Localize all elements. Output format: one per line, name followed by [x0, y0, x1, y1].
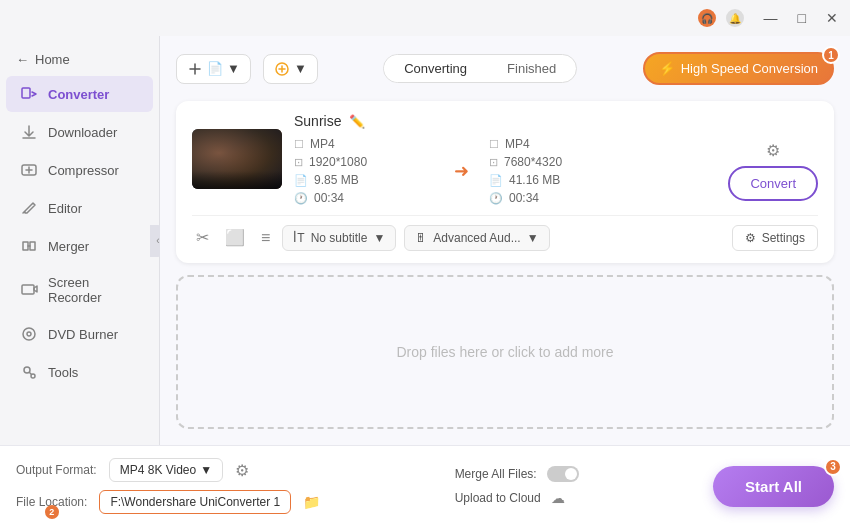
format-settings-icon[interactable]: ⚙	[235, 461, 249, 480]
sidebar-item-converter[interactable]: Converter	[6, 76, 153, 112]
sidebar: ← Home Converter Downloader	[0, 36, 160, 445]
file-card: Sunrise ✏️ ☐ MP4 ⊡ 1920*1080	[176, 101, 834, 263]
sidebar-item-tools[interactable]: Tools	[6, 354, 153, 390]
conversion-tabs: Converting Finished	[383, 54, 577, 83]
drop-zone[interactable]: Drop files here or click to add more	[176, 275, 834, 429]
dest-format-icon: ☐	[489, 138, 499, 151]
maximize-button[interactable]: □	[794, 8, 810, 28]
dest-format: MP4	[505, 137, 530, 151]
merger-label: Merger	[48, 239, 89, 254]
dvd-burner-icon	[20, 325, 38, 343]
merger-icon	[20, 237, 38, 255]
main-toolbar: 📄 ▼ ▼ Converting Finished ⚡ High Speed C…	[176, 52, 834, 85]
edit-title-icon[interactable]: ✏️	[349, 114, 365, 129]
start-all-label: Start All	[745, 478, 802, 495]
cloud-upload-icon[interactable]: ☁	[551, 490, 565, 506]
main-layout: ← Home Converter Downloader	[0, 36, 850, 445]
start-all-button[interactable]: Start All 3	[713, 466, 834, 507]
start-all-badge: 3	[824, 458, 842, 476]
content-area: 📄 ▼ ▼ Converting Finished ⚡ High Speed C…	[160, 36, 850, 445]
output-format-label: Output Format:	[16, 463, 97, 477]
titlebar-icons: 🎧 🔔	[698, 9, 744, 27]
window-controls: — □ ✕	[760, 8, 842, 28]
sidebar-item-editor[interactable]: Editor	[6, 190, 153, 226]
effects-icon[interactable]: ≡	[257, 225, 274, 251]
format-select[interactable]: MP4 8K Video ▼	[109, 458, 223, 482]
dest-duration-icon: 🕐	[489, 192, 503, 205]
headphones-icon[interactable]: 🎧	[698, 9, 716, 27]
resolution-icon: ⊡	[294, 156, 303, 169]
converter-icon	[20, 85, 38, 103]
audio-dropdown[interactable]: 🎚 Advanced Aud... ▼	[404, 225, 549, 251]
subtitle-dropdown[interactable]: ꟾT No subtitle ▼	[282, 225, 396, 251]
source-info: ☐ MP4 ⊡ 1920*1080 📄 9.85 MB	[294, 137, 434, 205]
svg-rect-0	[22, 88, 30, 98]
toolbar-left: 📄 ▼ ▼	[176, 54, 318, 84]
format-icon: ☐	[294, 138, 304, 151]
downloader-icon	[20, 123, 38, 141]
file-location-value: F:\Wondershare UniConverter 1	[110, 495, 280, 509]
duration-icon: 🕐	[294, 192, 308, 205]
add-files-button[interactable]: 📄 ▼	[176, 54, 251, 84]
tools-icon	[20, 363, 38, 381]
back-arrow-icon: ←	[16, 52, 29, 67]
editor-icon	[20, 199, 38, 217]
file-info: Sunrise ✏️ ☐ MP4 ⊡ 1920*1080	[294, 113, 818, 205]
add-option-button[interactable]: ▼	[263, 54, 318, 84]
compressor-label: Compressor	[48, 163, 119, 178]
settings-gear-icon: ⚙	[745, 231, 756, 245]
editor-label: Editor	[48, 201, 82, 216]
dest-resolution-icon: ⊡	[489, 156, 498, 169]
source-duration-row: 🕐 00:34	[294, 191, 434, 205]
source-size-row: 📄 9.85 MB	[294, 173, 434, 187]
output-format-row: Output Format: MP4 8K Video ▼ ⚙	[16, 458, 320, 482]
downloader-label: Downloader	[48, 125, 117, 140]
source-format: MP4	[310, 137, 335, 151]
source-resolution: 1920*1080	[309, 155, 367, 169]
minimize-button[interactable]: —	[760, 8, 782, 28]
sidebar-item-screen-recorder[interactable]: Screen Recorder	[6, 266, 153, 314]
file-location-label: File Location: 2	[16, 495, 87, 509]
merge-label: Merge All Files:	[455, 467, 537, 481]
merge-toggle[interactable]	[547, 466, 579, 482]
source-duration: 00:34	[314, 191, 344, 205]
dest-resolution: 7680*4320	[504, 155, 562, 169]
dest-format-row: ☐ MP4	[489, 137, 629, 151]
close-button[interactable]: ✕	[822, 8, 842, 28]
dest-size-icon: 📄	[489, 174, 503, 187]
dest-duration: 00:34	[509, 191, 539, 205]
titlebar: 🎧 🔔 — □ ✕	[0, 0, 850, 36]
compressor-icon	[20, 161, 38, 179]
file-details-row: ☐ MP4 ⊡ 1920*1080 📄 9.85 MB	[294, 137, 818, 205]
convert-arrow-icon: ➜	[454, 160, 469, 182]
sidebar-item-dvd-burner[interactable]: DVD Burner	[6, 316, 153, 352]
sidebar-item-merger[interactable]: Merger	[6, 228, 153, 264]
arrow-area: ➜	[442, 160, 481, 182]
card-settings-icon[interactable]: ⚙	[766, 141, 780, 160]
audio-icon: 🎚	[415, 231, 427, 245]
convert-button[interactable]: Convert	[728, 166, 818, 201]
bell-icon[interactable]: 🔔	[726, 9, 744, 27]
folder-icon[interactable]: 📁	[303, 494, 320, 510]
dest-duration-row: 🕐 00:34	[489, 191, 629, 205]
dest-size: 41.16 MB	[509, 173, 560, 187]
screen-recorder-label: Screen Recorder	[48, 275, 139, 305]
sidebar-item-downloader[interactable]: Downloader	[6, 114, 153, 150]
file-location-button[interactable]: F:\Wondershare UniConverter 1	[99, 490, 291, 514]
source-size: 9.85 MB	[314, 173, 359, 187]
dest-info: ☐ MP4 ⊡ 7680*4320 📄 41.16 MB	[489, 137, 629, 205]
high-speed-button[interactable]: ⚡ High Speed Conversion 1	[643, 52, 834, 85]
file-location-row: File Location: 2 F:\Wondershare UniConve…	[16, 490, 320, 514]
home-nav[interactable]: ← Home	[0, 44, 159, 75]
subtitle-label: No subtitle	[311, 231, 368, 245]
cut-icon[interactable]: ✂	[192, 224, 213, 251]
tab-finished[interactable]: Finished	[487, 55, 576, 82]
crop-icon[interactable]: ⬜	[221, 224, 249, 251]
upload-row: Upload to Cloud ☁	[455, 490, 579, 506]
add-files-icon: 📄	[207, 61, 223, 76]
merge-upload-area: Merge All Files: Upload to Cloud ☁	[455, 466, 579, 506]
tab-converting[interactable]: Converting	[384, 55, 487, 82]
high-speed-badge: 1	[822, 46, 840, 64]
sidebar-item-compressor[interactable]: Compressor	[6, 152, 153, 188]
settings-button[interactable]: ⚙ Settings	[732, 225, 818, 251]
